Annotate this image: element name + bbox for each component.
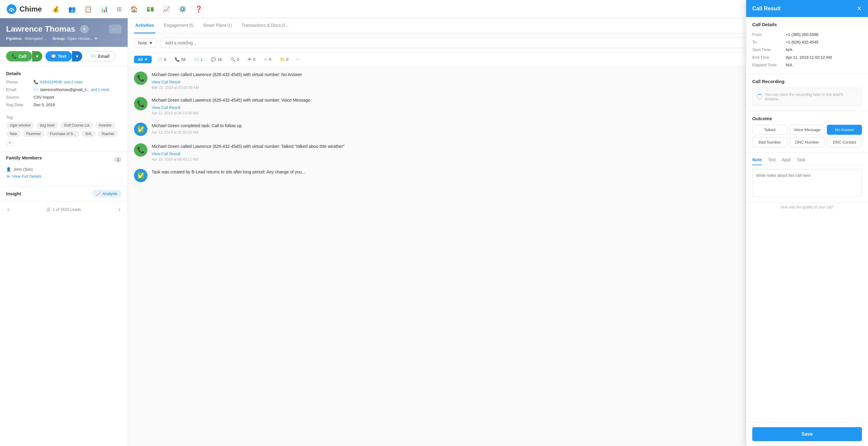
pipeline-value: Attempted ... — [24, 36, 47, 41]
nav-icons: 💰 👥 📋 📊 ⊞ 🏠 💵 📈 ⚙️ ❓ — [51, 4, 204, 14]
start-time-value: N/A — [786, 47, 793, 52]
note-tab-text[interactable]: Text — [768, 157, 776, 165]
filter-search2[interactable]: 👁 0 — [245, 56, 258, 63]
view-full-icon: ≫ — [6, 174, 10, 179]
activity-nav-icon[interactable]: 📈 — [161, 4, 172, 14]
help-nav-icon[interactable]: ❓ — [194, 4, 204, 14]
note-tab-note[interactable]: Note — [752, 157, 762, 165]
svg-point-1 — [11, 10, 12, 12]
activity-avatar: ✅ — [134, 169, 147, 182]
phone-extra[interactable]: and 2 more — [64, 80, 83, 84]
tab-engagement[interactable]: Engagement (5) — [163, 18, 195, 33]
money-nav-icon[interactable]: 💵 — [145, 4, 155, 14]
filter-search1[interactable]: 🔍 0 — [228, 56, 242, 63]
recording-placeholder: You can view the recording later in the … — [765, 92, 857, 101]
leads-count: 1 of 2630 Leads — [52, 207, 81, 212]
add-tag-button[interactable]: + — [6, 139, 13, 146]
reg-date-label: Reg Date: — [6, 103, 33, 107]
view-call-result-link[interactable]: View Call Result — [152, 151, 180, 156]
tab-transactions[interactable]: Transactions & Docs (3 ... — [240, 18, 290, 33]
to-value: +1 (626) 432-4545 — [786, 40, 818, 44]
tag-item[interactable]: dog lover — [36, 122, 59, 129]
gear-nav-icon[interactable]: ⚙️ — [178, 4, 188, 14]
outcome-button[interactable]: No Answer — [827, 125, 862, 135]
more-options-button[interactable]: ··· — [109, 25, 122, 33]
outcome-grid: TalkedVoice MessageNo AnswerBad NumberDN… — [752, 125, 862, 147]
email-value: lawrencethomas@gmail_t... — [40, 87, 89, 92]
tag-item[interactable]: SHL — [81, 131, 96, 137]
elapsed-time-value: N/A — [786, 63, 793, 67]
tab-smart-plans[interactable]: Smart Plans (1) — [202, 18, 233, 33]
save-button[interactable]: Save — [752, 427, 862, 441]
call-details-title: Call Details — [752, 22, 862, 27]
grid-nav-icon[interactable]: ⊞ — [116, 4, 123, 14]
outcome-button[interactable]: Voice Message — [790, 125, 825, 135]
tag-item[interactable]: Plummer — [23, 131, 44, 137]
tag-item[interactable]: cigar smoker — [6, 122, 34, 129]
home-nav-icon[interactable]: 🏠 — [129, 4, 139, 14]
activity-type-icon: ✅ — [137, 126, 145, 133]
prev-lead-button[interactable]: ‹ — [6, 205, 10, 214]
filter-all-button[interactable]: All ▼ — [134, 56, 152, 63]
tag-item[interactable]: Purchase of S... — [46, 131, 80, 137]
analysis-button[interactable]: 📈 Analysis — [92, 190, 122, 198]
recording-box: You can view the recording later in the … — [752, 88, 862, 106]
sidebar-bottom: ‹ ☰ 1 of 2630 Leads › — [0, 201, 128, 217]
filter-star[interactable]: ☆ 0 — [261, 56, 274, 63]
clipboard-nav-icon[interactable]: 📋 — [83, 4, 93, 14]
box-icon: 📁 — [280, 57, 285, 62]
text-dropdown-button[interactable]: ▼ — [72, 51, 82, 62]
call-button[interactable]: 📞 Call — [6, 51, 32, 62]
outcome-button[interactable]: Bad Number — [752, 137, 787, 147]
eye-icon: 👁 — [248, 57, 252, 62]
filter-box[interactable]: 📁 0 — [277, 56, 291, 63]
call-result-panel: Call Result ✕ Call Details From: +1 (385… — [746, 0, 868, 446]
end-time-label: End Time: — [752, 55, 786, 60]
outcome-button[interactable]: DNC Number — [790, 137, 825, 147]
phone-icon: 📞 — [33, 80, 38, 84]
email-extra[interactable]: and 1 more — [91, 88, 110, 92]
dollar-nav-icon[interactable]: 💰 — [51, 4, 61, 14]
text-button[interactable]: 💬 Text — [45, 51, 72, 62]
outcome-button[interactable]: Talked — [752, 125, 787, 135]
filter-more-icon[interactable]: ··· — [296, 56, 300, 63]
activity-type-icon: 📞 — [137, 146, 145, 153]
note-textarea[interactable] — [752, 169, 862, 197]
logo[interactable]: Chime — [6, 4, 42, 14]
pipeline-label: Pipeline: — [6, 36, 23, 41]
view-call-result-link[interactable]: View Call Result — [152, 105, 180, 110]
note-tab-appt[interactable]: Appt — [782, 157, 790, 165]
search1-icon: 🔍 — [230, 57, 236, 62]
filter-docs[interactable]: 📄 8 — [155, 56, 169, 63]
call-dropdown-button[interactable]: ▼ — [32, 51, 42, 62]
app-name: Chime — [20, 5, 42, 13]
tag-item[interactable]: Teacher — [98, 131, 118, 137]
outcome-button[interactable]: DNC Contact — [827, 137, 862, 147]
tag-item[interactable]: New — [6, 131, 21, 137]
view-full-details-link[interactable]: ≫ View Full Details — [6, 172, 122, 181]
email-button[interactable]: ✉️ Email — [85, 51, 115, 62]
end-time-value: Apr 11, 2019 11:02:12 AM — [786, 55, 832, 60]
calls-icon: 📞 — [175, 57, 180, 62]
tag-item[interactable]: Investor — [95, 122, 116, 129]
next-lead-button[interactable]: › — [117, 205, 122, 214]
tab-activities[interactable]: Activities — [134, 18, 155, 33]
filter-messages[interactable]: 💬 16 — [209, 56, 224, 63]
note-tab-task[interactable]: Task — [797, 157, 806, 165]
view-call-result-link[interactable]: View Call Result — [152, 80, 180, 84]
phone-value[interactable]: 6264324545 — [40, 80, 62, 84]
panel-title: Call Result — [752, 5, 781, 12]
call-details-section: Call Details From: +1 (385) 200-5598 To:… — [746, 17, 868, 74]
filter-emails[interactable]: ✉️ 1 — [192, 56, 205, 63]
panel-header: Call Result ✕ — [746, 0, 868, 17]
panel-close-button[interactable]: ✕ — [857, 5, 862, 12]
note-type-select[interactable]: Note ▼ — [134, 38, 157, 47]
filter-calls[interactable]: 📞 58 — [173, 56, 188, 63]
tag-item[interactable]: Golf Course Lot — [60, 122, 93, 129]
call-phone-icon: 📞 — [11, 54, 17, 59]
group-value[interactable]: Open House... ▼ — [67, 36, 98, 41]
chart-nav-icon[interactable]: 📊 — [99, 4, 109, 14]
users-nav-icon[interactable]: 👥 — [67, 4, 77, 14]
recording-spinner-icon — [757, 94, 762, 100]
action-buttons: 📞 Call ▼ 💬 Text ▼ ✉️ Email — [0, 47, 128, 66]
